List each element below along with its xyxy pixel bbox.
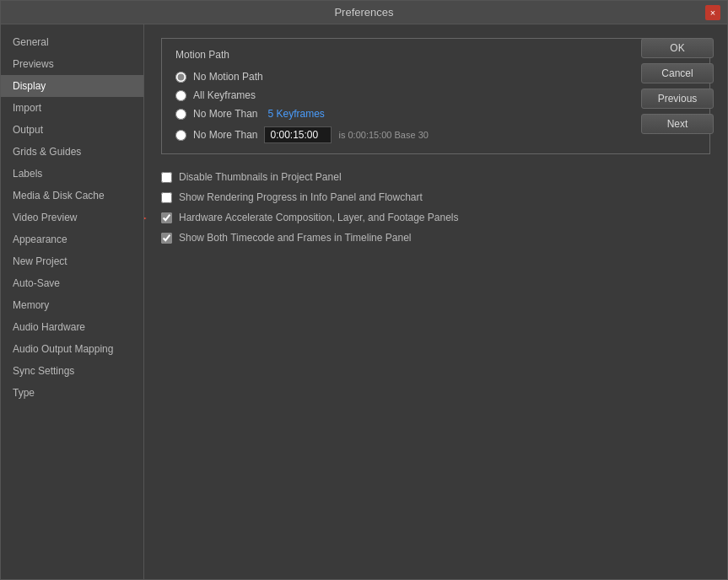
- checkbox-group: Disable Thumbnails in Project Panel Show…: [161, 168, 710, 247]
- arrow-indicator: ➤: [144, 210, 147, 226]
- radio-all-keyframes[interactable]: [175, 90, 186, 101]
- checkbox-row-show-timecode: Show Both Timecode and Frames in Timelin…: [161, 232, 710, 244]
- checkbox-show-timecode-label: Show Both Timecode and Frames in Timelin…: [179, 232, 411, 244]
- checkbox-disable-thumbnails-label: Disable Thumbnails in Project Panel: [179, 171, 342, 183]
- radio-row-no-motion: No Motion Path: [175, 71, 696, 83]
- sidebar-item-type[interactable]: Type: [1, 382, 143, 404]
- dialog-body: GeneralPreviewsDisplayImportOutputGrids …: [1, 24, 727, 579]
- sidebar-item-display[interactable]: Display: [1, 75, 143, 97]
- dialog-title: Preferences: [334, 6, 393, 19]
- cancel-button[interactable]: Cancel: [641, 63, 714, 83]
- close-button[interactable]: ×: [705, 5, 720, 20]
- sidebar-item-import[interactable]: Import: [1, 97, 143, 119]
- checkbox-show-rendering-label: Show Rendering Progress in Info Panel an…: [179, 191, 423, 203]
- checkbox-disable-thumbnails[interactable]: [161, 172, 172, 183]
- sidebar-item-new-project[interactable]: New Project: [1, 250, 143, 272]
- checkbox-row-show-rendering: Show Rendering Progress in Info Panel an…: [161, 191, 710, 203]
- radio-all-keyframes-label: All Keyframes: [193, 89, 256, 101]
- radio-no-motion-label: No Motion Path: [193, 71, 263, 83]
- sidebar-item-grids--guides[interactable]: Grids & Guides: [1, 141, 143, 163]
- sidebar-item-video-preview[interactable]: Video Preview: [1, 207, 143, 228]
- radio-row-all-keyframes: All Keyframes: [175, 89, 696, 101]
- checkbox-row-hardware-accel: ➤ Hardware Accelerate Composition, Layer…: [161, 212, 710, 223]
- sidebar: GeneralPreviewsDisplayImportOutputGrids …: [1, 24, 144, 579]
- time-input[interactable]: 0:00:15:00: [264, 126, 332, 143]
- sidebar-item-general[interactable]: General: [1, 31, 143, 53]
- sidebar-item-sync-settings[interactable]: Sync Settings: [1, 360, 143, 382]
- radio-row-no-more-keyframes: No More Than 5 Keyframes: [175, 108, 696, 120]
- checkbox-hardware-accel-label: Hardware Accelerate Composition, Layer, …: [179, 212, 459, 223]
- checkbox-show-rendering[interactable]: [161, 192, 172, 203]
- sidebar-item-auto-save[interactable]: Auto-Save: [1, 272, 143, 294]
- sidebar-item-audio-output-mapping[interactable]: Audio Output Mapping: [1, 338, 143, 360]
- sidebar-item-memory[interactable]: Memory: [1, 294, 143, 316]
- checkbox-row-disable-thumbnails: Disable Thumbnails in Project Panel: [161, 171, 710, 183]
- previous-button[interactable]: Previous: [641, 89, 714, 109]
- keyframes-link[interactable]: 5 Keyframes: [267, 108, 324, 120]
- checkbox-show-timecode[interactable]: [161, 233, 172, 244]
- radio-no-more-keyframes-label: No More Than: [193, 108, 257, 120]
- motion-path-title: Motion Path: [175, 49, 696, 61]
- motion-path-section: Motion Path No Motion Path All Keyframes…: [161, 38, 710, 154]
- radio-row-no-more-time: No More Than 0:00:15:00 is 0:00:15:00 Ba…: [175, 126, 696, 143]
- sidebar-item-previews[interactable]: Previews: [1, 53, 143, 75]
- next-button[interactable]: Next: [641, 114, 714, 134]
- main-content: Motion Path No Motion Path All Keyframes…: [144, 24, 727, 579]
- checkbox-hardware-accel[interactable]: [161, 212, 172, 223]
- sidebar-item-audio-hardware[interactable]: Audio Hardware: [1, 316, 143, 338]
- radio-no-more-time-label: No More Than: [193, 129, 257, 141]
- title-bar: Preferences ×: [1, 1, 727, 24]
- sidebar-item-media--disk-cache[interactable]: Media & Disk Cache: [1, 185, 143, 207]
- sidebar-item-appearance[interactable]: Appearance: [1, 228, 143, 250]
- time-base-label: is 0:00:15:00 Base 30: [338, 130, 428, 140]
- sidebar-item-output[interactable]: Output: [1, 119, 143, 141]
- buttons-panel: OK Cancel Previous Next: [641, 38, 714, 134]
- radio-no-motion[interactable]: [175, 72, 186, 83]
- preferences-dialog: Preferences × GeneralPreviewsDisplayImpo…: [0, 0, 728, 580]
- motion-path-radio-group: No Motion Path All Keyframes No More Tha…: [175, 71, 696, 143]
- sidebar-item-labels[interactable]: Labels: [1, 163, 143, 185]
- ok-button[interactable]: OK: [641, 38, 714, 58]
- radio-no-more-keyframes[interactable]: [175, 109, 186, 120]
- radio-no-more-time[interactable]: [175, 130, 186, 141]
